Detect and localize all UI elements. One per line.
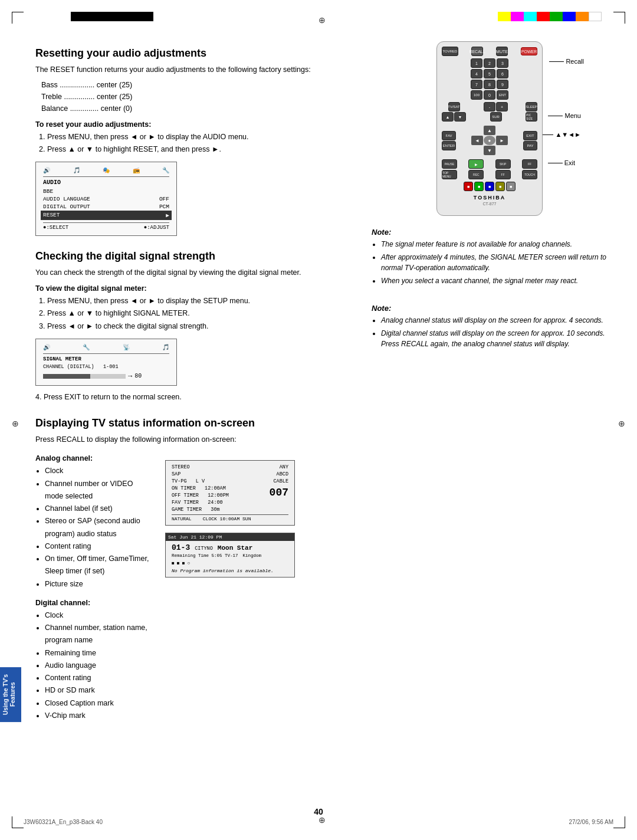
btn-2[interactable]: 2: [484, 58, 495, 68]
blue-button[interactable]: ■: [485, 182, 494, 191]
page-number: 40: [314, 807, 323, 816]
power-button[interactable]: POWER: [521, 47, 537, 55]
annotation-menu-label: Menu: [564, 112, 581, 119]
analog-natural: NATURAL: [172, 516, 192, 521]
vol-arrows: - +: [484, 102, 508, 111]
play-button[interactable]: ▶: [468, 159, 484, 169]
resetting-settings: Bass ................. center (25) Trebl…: [41, 79, 348, 114]
vol-down-button[interactable]: -: [484, 102, 495, 111]
menu-icon-3: 🎭: [103, 167, 110, 174]
remote-power[interactable]: POWER: [521, 47, 537, 55]
topmenu-button[interactable]: TOP MENU: [442, 170, 457, 179]
digital-item-hd: HD or SD mark: [45, 684, 153, 697]
remote-tovred[interactable]: TOVRED: [442, 47, 458, 56]
ch-sat-button[interactable]: TV/SAT: [448, 102, 460, 111]
analog-display-mockup: STEREO SAP TV-PG L V ON TIMER 12:00AM OF…: [165, 460, 295, 526]
digital-date: Sat Jun 21 12:09 PM: [168, 534, 222, 540]
analog-row-1: STEREO SAP TV-PG L V ON TIMER 12:00AM OF…: [172, 464, 288, 513]
analog-bottom-row: NATURAL CLOCK 10:00AM SUN: [172, 514, 288, 521]
digital-icon-2: ■: [177, 560, 180, 566]
digital-cityno: CITYNO: [195, 546, 213, 552]
ff2-button[interactable]: FF: [495, 170, 511, 179]
yellow-button[interactable]: ■: [495, 182, 505, 191]
audio-menu-mockup: 🔊 🎵 🎭 📻 🔧 AUDIO BBE AUDIO LANGUAGEOFF DI…: [35, 162, 177, 236]
exit-button[interactable]: EXIT: [523, 131, 537, 140]
dpad-row: FAV ENTER ▲ ◄ ● ► ▼: [442, 124, 537, 157]
btn-7[interactable]: 7: [471, 80, 482, 89]
digital-item-clock: Clock: [45, 609, 153, 622]
menu-footer-select: ●:SELECT: [43, 225, 68, 231]
crosshair-top: ⊕: [318, 15, 326, 25]
remote-recall[interactable]: RECALL: [471, 47, 483, 56]
touch-button[interactable]: TOUCH: [522, 170, 537, 179]
annotation-exit: Exit: [548, 159, 575, 166]
menu-title: AUDIO: [43, 179, 169, 186]
dpad-right[interactable]: ►: [496, 136, 508, 145]
ch-up-button[interactable]: ▲: [442, 112, 454, 122]
picsize-button[interactable]: PIC SIZE: [526, 112, 537, 122]
btn-4[interactable]: 4: [471, 69, 482, 78]
btn-ent[interactable]: ENT: [497, 90, 508, 100]
menu-row-digital-output: DIGITAL OUTPUTPCM: [43, 203, 169, 211]
btn-5[interactable]: 5: [484, 69, 495, 78]
vol-up-button[interactable]: +: [496, 102, 508, 111]
dpad-empty-3: [471, 146, 483, 155]
analog-list: Clock Channel number or VIDEO mode selec…: [45, 465, 153, 590]
btn-3[interactable]: 3: [497, 58, 508, 68]
tovred-button[interactable]: TOVRED: [442, 47, 458, 56]
pause-button[interactable]: PAUSE: [442, 159, 457, 169]
ff-button[interactable]: FF: [522, 159, 537, 169]
resetting-step-2: Press ▲ or ▼ to highlight RESET, and the…: [47, 143, 348, 156]
remote-control: TOVRED RECALL MUTE POWER 1: [436, 41, 543, 216]
digital-list: Clock Channel number, station name, prog…: [45, 609, 153, 722]
fav-button[interactable]: FAV: [442, 131, 456, 140]
sur-button[interactable]: SUR: [490, 112, 502, 122]
btn-9[interactable]: 9: [497, 80, 508, 89]
enter-button[interactable]: ENTER: [442, 141, 456, 150]
btn-6[interactable]: 6: [497, 69, 508, 78]
digital-display-mockup: Sat Jun 21 12:09 PM 01-3 CITYNO Moon Sta…: [165, 533, 295, 578]
red-button[interactable]: ■: [464, 182, 473, 191]
remote-mute[interactable]: MUTE: [496, 47, 508, 56]
menu-icon-5: 🔧: [162, 167, 169, 174]
dpad-center[interactable]: ●: [484, 136, 495, 145]
digital-kingdom: Kingdom: [243, 553, 262, 558]
displaying-note-list: Analog channel status will display on th…: [381, 315, 608, 349]
dpad-up[interactable]: ▲: [484, 126, 495, 135]
recall-button[interactable]: RECALL: [471, 47, 483, 56]
analog-fav-timer: FAV TIMER 24:00: [172, 500, 229, 507]
analog-clock: CLOCK 10:00AM SUN: [203, 516, 251, 521]
signal-value: 80: [134, 373, 142, 379]
dpad-down[interactable]: ▼: [484, 146, 495, 155]
green-button[interactable]: ■: [474, 182, 484, 191]
btn-100[interactable]: 100: [471, 90, 482, 100]
footer-right: 27/2/06, 9:56 AM: [569, 819, 613, 825]
ch-down-button[interactable]: ▼: [454, 112, 466, 122]
btn-8[interactable]: 8: [484, 80, 495, 89]
sleep-button[interactable]: SLEEP: [526, 102, 537, 111]
transport-row2: TOP MENU REC FF TOUCH: [442, 170, 537, 179]
annotation-recall-label: Recall: [566, 58, 584, 65]
numpad-row-2: 4 5 6: [442, 69, 537, 78]
dpad-left[interactable]: ◄: [471, 136, 483, 145]
digital-heading: Digital channel:: [35, 599, 153, 607]
corner-mark-tl: [12, 12, 24, 24]
mute-button[interactable]: MUTE: [496, 47, 508, 56]
skip-button[interactable]: SKIP: [495, 159, 511, 169]
rec-button[interactable]: REC: [468, 170, 484, 179]
analog-item-picture: Picture size: [45, 578, 153, 590]
numpad-row-1: 1 2 3: [442, 58, 537, 68]
annotation-recall-line: [549, 61, 564, 62]
menu-icon-bar: 🔊 🎵 🎭 📻 🔧: [43, 167, 169, 177]
resetting-step-1: Press MENU, then press ◄ or ► to display…: [47, 131, 348, 143]
menu-icon-2: 🎵: [73, 167, 80, 174]
grey-button[interactable]: ■: [506, 182, 515, 191]
signal-step-1: Press MENU, then press ◄ or ► to display…: [47, 295, 348, 307]
pay-button[interactable]: PAY: [523, 141, 537, 150]
color-bars-right: [498, 12, 602, 21]
menu-icon-4: 📻: [133, 167, 140, 174]
sleep-picsize: SLEEP PIC SIZE: [526, 102, 537, 122]
btn-1[interactable]: 1: [471, 58, 482, 68]
btn-0[interactable]: 0: [484, 90, 495, 100]
left-column: Resetting your audio adjustments The RES…: [18, 35, 360, 805]
